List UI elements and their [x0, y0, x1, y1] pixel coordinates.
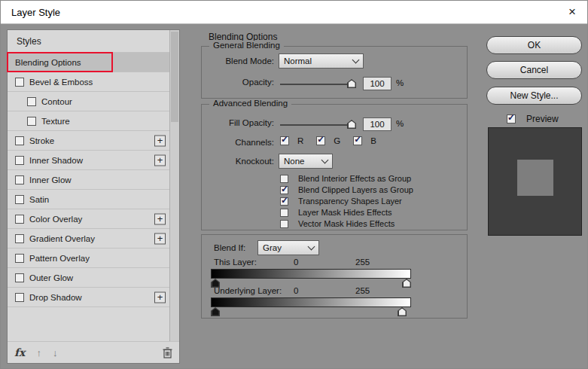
inner-shadow-checkbox[interactable]	[15, 156, 24, 165]
preview-label: Preview	[526, 114, 559, 124]
scrollbar-thumb[interactable]	[171, 32, 178, 122]
sidebar-header-styles[interactable]: Styles	[8, 30, 170, 53]
underlying-layer-black-handle[interactable]	[211, 307, 220, 316]
blend-mode-label: Blend Mode:	[202, 56, 274, 66]
sidebar-item-texture[interactable]: Texture	[8, 111, 170, 131]
sidebar-scrollbar[interactable]	[169, 30, 179, 341]
sidebar-item-gradient-overlay[interactable]: Gradient Overlay +	[8, 229, 170, 249]
this-layer-gradient-bar[interactable]	[211, 269, 411, 279]
chevron-down-icon	[308, 243, 315, 251]
vector-mask-hides-checkbox[interactable]	[280, 220, 288, 228]
close-icon[interactable]: ×	[563, 3, 581, 21]
add-stroke-icon[interactable]: +	[154, 135, 166, 146]
add-inner-shadow-icon[interactable]: +	[154, 154, 166, 166]
this-layer-max: 255	[355, 258, 370, 267]
color-overlay-checkbox[interactable]	[15, 215, 24, 224]
channel-g-checkbox[interactable]	[316, 136, 325, 145]
sidebar-footer: fx ↑ ↓	[8, 341, 179, 363]
fx-icon[interactable]: fx	[14, 346, 25, 358]
opacity-slider-track[interactable]	[280, 84, 355, 85]
opacity-slider-handle[interactable]	[347, 79, 356, 88]
advanced-blending-group: Advanced Blending Fill Opacity: 100 % Ch…	[201, 104, 468, 230]
move-down-icon[interactable]: ↓	[53, 347, 58, 358]
styles-sidebar: Styles Blending Options Bevel & Emboss C…	[7, 29, 180, 364]
option-blend-interior[interactable]: Blend Interior Effects as Group	[280, 174, 411, 183]
fill-opacity-input[interactable]: 100	[363, 117, 391, 131]
satin-checkbox[interactable]	[15, 195, 24, 204]
add-drop-shadow-icon[interactable]: +	[154, 291, 166, 303]
sidebar-item-pattern-overlay[interactable]: Pattern Overlay	[8, 249, 170, 268]
sidebar-item-outer-glow[interactable]: Outer Glow	[8, 268, 170, 288]
general-blending-legend: General Blending	[209, 41, 284, 50]
this-layer-white-handle[interactable]	[402, 279, 411, 288]
blend-clipped-checkbox[interactable]	[280, 186, 288, 194]
fill-opacity-slider-track[interactable]	[280, 124, 355, 126]
layer-style-dialog: Layer Style × Styles Blending Options Be…	[0, 0, 588, 369]
knockout-dropdown[interactable]: None	[279, 154, 333, 169]
preview-option[interactable]: Preview	[507, 114, 559, 124]
sidebar-item-inner-shadow[interactable]: Inner Shadow +	[8, 151, 170, 170]
delete-effect-icon[interactable]	[163, 347, 172, 358]
general-blending-group: General Blending Blend Mode: Normal Opac…	[201, 46, 468, 99]
gradient-overlay-checkbox[interactable]	[15, 234, 24, 243]
blend-mode-dropdown[interactable]: Normal	[279, 53, 364, 69]
move-up-icon[interactable]: ↑	[36, 347, 41, 358]
option-vector-mask-hides[interactable]: Vector Mask Hides Effects	[280, 219, 395, 228]
channel-b-checkbox[interactable]	[353, 136, 362, 145]
stroke-checkbox[interactable]	[15, 136, 24, 145]
new-style-button[interactable]: New Style...	[486, 87, 582, 105]
this-layer-label: This Layer:	[214, 258, 257, 267]
chevron-down-icon	[321, 157, 329, 164]
cancel-button[interactable]: Cancel	[486, 61, 582, 79]
blend-mode-value: Normal	[284, 56, 312, 66]
channel-b-label: B	[370, 136, 376, 145]
sidebar-item-color-overlay[interactable]: Color Overlay +	[8, 209, 170, 229]
sidebar-item-label: Inner Shadow	[29, 156, 83, 165]
option-transparency-shapes[interactable]: Transparency Shapes Layer	[280, 197, 402, 206]
sidebar-item-label: Texture	[41, 117, 70, 126]
sidebar-item-inner-glow[interactable]: Inner Glow	[8, 170, 170, 190]
blend-if-group: Blend If: Gray This Layer: 0 255 Underly…	[201, 234, 468, 319]
channel-r-checkbox[interactable]	[280, 136, 289, 145]
sidebar-item-satin[interactable]: Satin	[8, 190, 170, 209]
pattern-overlay-checkbox[interactable]	[15, 254, 24, 263]
option-blend-clipped[interactable]: Blend Clipped Layers as Group	[280, 185, 413, 194]
ok-button[interactable]: OK	[486, 36, 582, 54]
sidebar-item-blending-options[interactable]: Blending Options	[8, 53, 170, 72]
bevel-emboss-checkbox[interactable]	[15, 78, 24, 87]
inner-glow-checkbox[interactable]	[15, 175, 24, 184]
channel-b[interactable]: B	[353, 136, 376, 145]
add-gradient-overlay-icon[interactable]: +	[154, 233, 166, 244]
underlying-layer-label: Underlying Layer:	[214, 286, 282, 295]
fill-opacity-slider-handle[interactable]	[347, 120, 356, 129]
fill-opacity-label: Fill Opacity:	[202, 118, 274, 127]
sidebar-item-bevel-emboss[interactable]: Bevel & Emboss	[8, 72, 170, 92]
sidebar-item-drop-shadow[interactable]: Drop Shadow +	[8, 288, 170, 307]
advanced-blending-legend: Advanced Blending	[209, 99, 291, 108]
contour-checkbox[interactable]	[27, 97, 36, 106]
layer-mask-hides-checkbox[interactable]	[280, 209, 288, 217]
sidebar-item-label: Bevel & Emboss	[29, 78, 93, 87]
add-color-overlay-icon[interactable]: +	[154, 213, 166, 224]
drop-shadow-checkbox[interactable]	[15, 293, 24, 302]
transparency-shapes-checkbox[interactable]	[280, 197, 288, 206]
outer-glow-checkbox[interactable]	[15, 273, 24, 282]
opacity-input[interactable]: 100	[363, 77, 391, 90]
blend-if-value: Gray	[263, 243, 282, 252]
underlying-layer-white-handle[interactable]	[398, 307, 407, 316]
option-label: Blend Clipped Layers as Group	[298, 185, 413, 194]
sidebar-item-label: Contour	[41, 97, 72, 106]
blend-interior-checkbox[interactable]	[280, 175, 288, 183]
opacity-unit: %	[396, 78, 404, 87]
window-title: Layer Style	[11, 7, 60, 18]
preview-checkbox[interactable]	[507, 114, 516, 124]
channel-r[interactable]: R	[280, 136, 303, 145]
channel-g[interactable]: G	[316, 136, 340, 145]
sidebar-item-stroke[interactable]: Stroke +	[8, 131, 170, 151]
blend-if-dropdown[interactable]: Gray	[257, 240, 319, 255]
option-layer-mask-hides[interactable]: Layer Mask Hides Effects	[280, 208, 392, 217]
texture-checkbox[interactable]	[27, 117, 36, 126]
underlying-layer-gradient-bar[interactable]	[211, 297, 411, 307]
sidebar-item-contour[interactable]: Contour	[8, 92, 170, 111]
chevron-down-icon	[352, 56, 360, 64]
